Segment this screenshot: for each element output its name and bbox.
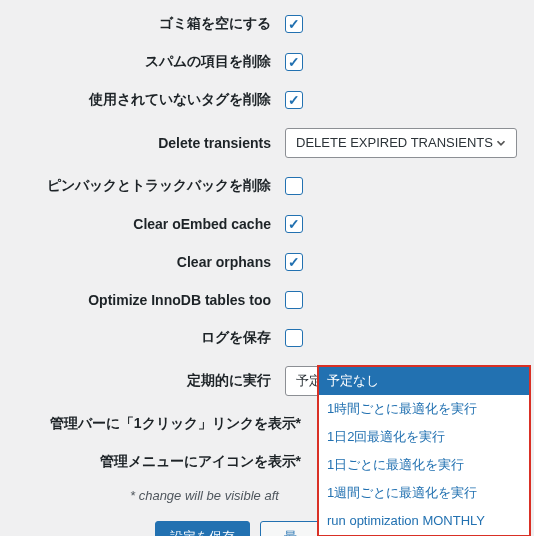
label-delete-pingbacks: ピンバックとトラックバックを削除 xyxy=(0,177,285,195)
label-clear-orphans: Clear orphans xyxy=(0,254,285,270)
label-clear-oembed: Clear oEmbed cache xyxy=(0,216,285,232)
label-delete-spam: スパムの項目を削除 xyxy=(0,53,285,71)
checkbox-delete-unused-tags[interactable] xyxy=(285,91,303,109)
checkbox-clear-orphans[interactable] xyxy=(285,253,303,271)
checkbox-optimize-innodb[interactable] xyxy=(285,291,303,309)
chevron-down-icon xyxy=(494,136,508,150)
label-optimize-innodb: Optimize InnoDB tables too xyxy=(0,292,285,308)
label-schedule: 定期的に実行 xyxy=(0,372,285,390)
checkbox-clear-oembed[interactable] xyxy=(285,215,303,233)
label-delete-unused-tags: 使用されていないタグを削除 xyxy=(0,91,285,109)
schedule-option[interactable]: run optimization MONTHLY xyxy=(319,507,529,535)
schedule-option[interactable]: 1週間ごとに最適化を実行 xyxy=(319,479,529,507)
row-delete-unused-tags: 使用されていないタグを削除 xyxy=(0,90,534,110)
label-save-log: ログを保存 xyxy=(0,329,285,347)
select-delete-transients[interactable]: DELETE EXPIRED TRANSIENTS xyxy=(285,128,517,158)
row-delete-spam: スパムの項目を削除 xyxy=(0,52,534,72)
secondary-button[interactable]: 最 xyxy=(260,521,320,536)
schedule-option[interactable]: 予定なし xyxy=(319,367,529,395)
checkbox-save-log[interactable] xyxy=(285,329,303,347)
schedule-dropdown[interactable]: 予定なし 1時間ごとに最適化を実行 1日2回最適化を実行 1日ごとに最適化を実行… xyxy=(317,365,531,536)
label-empty-trash: ゴミ箱を空にする xyxy=(0,15,285,33)
checkbox-empty-trash[interactable] xyxy=(285,15,303,33)
checkbox-delete-spam[interactable] xyxy=(285,53,303,71)
save-button[interactable]: 設定を保存 xyxy=(155,521,250,536)
row-save-log: ログを保存 xyxy=(0,328,534,348)
row-delete-pingbacks: ピンバックとトラックバックを削除 xyxy=(0,176,534,196)
label-menu-icon: 管理メニューにアイコンを表示* xyxy=(0,453,315,471)
schedule-option[interactable]: 1日2回最適化を実行 xyxy=(319,423,529,451)
row-optimize-innodb: Optimize InnoDB tables too xyxy=(0,290,534,310)
row-clear-orphans: Clear orphans xyxy=(0,252,534,272)
row-clear-oembed: Clear oEmbed cache xyxy=(0,214,534,234)
row-empty-trash: ゴミ箱を空にする xyxy=(0,14,534,34)
row-delete-transients: Delete transients DELETE EXPIRED TRANSIE… xyxy=(0,128,534,158)
select-delete-transients-value: DELETE EXPIRED TRANSIENTS xyxy=(296,135,493,150)
schedule-option[interactable]: 1日ごとに最適化を実行 xyxy=(319,451,529,479)
label-oneclick: 管理バーに「1クリック」リンクを表示* xyxy=(0,415,315,433)
checkbox-delete-pingbacks[interactable] xyxy=(285,177,303,195)
label-delete-transients: Delete transients xyxy=(0,135,285,151)
schedule-option[interactable]: 1時間ごとに最適化を実行 xyxy=(319,395,529,423)
